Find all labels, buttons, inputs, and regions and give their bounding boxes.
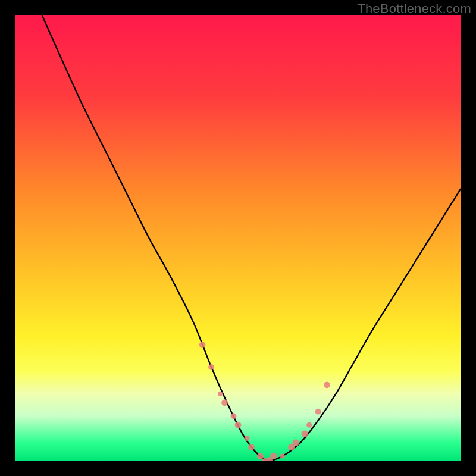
marker-dot	[324, 382, 330, 389]
marker-dot	[244, 436, 249, 441]
marker-dot	[248, 444, 255, 450]
marker-dot	[292, 439, 299, 446]
marker-dot	[315, 409, 321, 415]
marker-dot	[199, 342, 206, 348]
marker-dot	[208, 364, 214, 370]
watermark-text: TheBottleneck.com	[357, 1, 471, 17]
gradient-background	[15, 15, 461, 461]
chart-frame	[0, 0, 476, 476]
marker-dot	[235, 422, 242, 428]
marker-dot	[218, 392, 223, 396]
marker-dot	[231, 413, 237, 419]
marker-dot	[270, 453, 277, 459]
bottleneck-chart	[15, 15, 461, 461]
marker-dot	[257, 453, 264, 459]
marker-dot	[221, 399, 228, 406]
marker-dot	[302, 430, 308, 437]
marker-dot	[280, 454, 285, 459]
marker-dot	[306, 422, 312, 428]
